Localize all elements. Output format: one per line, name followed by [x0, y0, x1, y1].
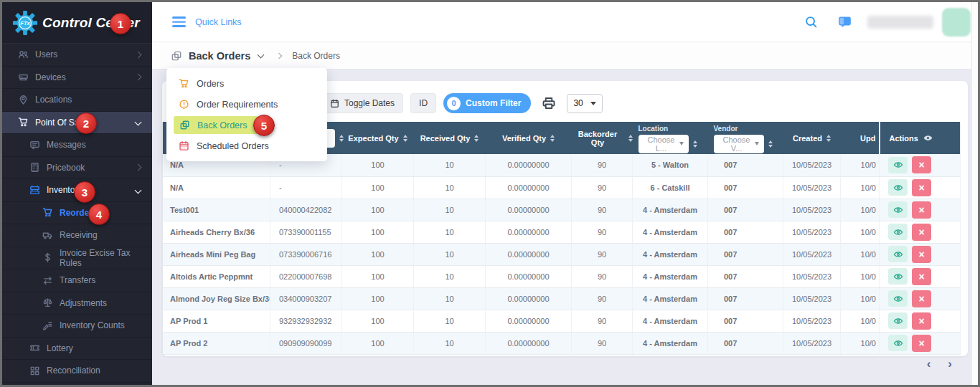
sidebar-item-lottery[interactable]: Lottery	[2, 338, 152, 360]
column-expected-qty[interactable]: Expected Qty	[342, 122, 414, 154]
view-button[interactable]	[888, 312, 908, 329]
sidebar-item-messages[interactable]: Messages	[2, 134, 152, 157]
cell-product[interactable]: Test001	[163, 199, 270, 221]
cell-location[interactable]: 4 - Amsterdam	[633, 332, 708, 354]
page-size-select[interactable]: 30	[567, 94, 603, 113]
sidebar-item-receiving[interactable]: Receiving	[2, 224, 152, 247]
cell-vendor[interactable]: 007	[708, 243, 783, 265]
cell-vendor[interactable]: 007	[708, 287, 783, 310]
view-button[interactable]	[888, 179, 908, 196]
sidebar-item-reorder[interactable]: Reorder	[2, 202, 152, 225]
eye-icon	[893, 294, 903, 304]
view-button[interactable]	[888, 246, 908, 262]
cell-location[interactable]: 6 - Catskill	[633, 176, 708, 199]
location-filter-select[interactable]: Choose L...	[639, 135, 689, 153]
id-button[interactable]: ID	[410, 93, 436, 113]
column-verified-qty[interactable]: Verified Qty	[486, 122, 572, 154]
sort-icon[interactable]	[474, 135, 479, 142]
column-updated[interactable]: Upd	[841, 122, 880, 154]
cell-vendor[interactable]: 007	[708, 221, 783, 243]
delete-button[interactable]: ×	[912, 224, 931, 241]
sort-icon[interactable]	[403, 135, 407, 142]
scrollbar[interactable]	[971, 2, 978, 385]
sort-icon[interactable]	[550, 135, 555, 142]
view-button[interactable]	[888, 201, 908, 218]
cell-location[interactable]: 5 - Walton	[633, 154, 708, 176]
print-icon[interactable]	[542, 96, 556, 110]
cell-product[interactable]: N/A	[163, 176, 270, 199]
view-button[interactable]	[888, 157, 908, 173]
cell-vendor[interactable]: 007	[708, 332, 783, 354]
cell-product[interactable]: Almond Joy Reg Size Bx/36	[163, 287, 270, 310]
sort-icon[interactable]	[628, 135, 633, 142]
delete-button[interactable]: ×	[912, 201, 931, 219]
column-created[interactable]: Created	[783, 122, 841, 154]
sidebar-item-inventory-counts[interactable]: Inventory Counts	[2, 315, 152, 338]
menu-item-back-orders[interactable]: Back Orders	[166, 115, 327, 135]
custom-filter-button[interactable]: 0 Custom Filter	[443, 93, 531, 113]
delete-button[interactable]: ×	[912, 156, 931, 173]
cell-vendor[interactable]: 007	[708, 310, 783, 332]
sort-icon[interactable]	[768, 140, 773, 148]
delete-button[interactable]: ×	[912, 335, 931, 352]
table-row: Test001040000422082100100.00000000904 - …	[163, 199, 961, 221]
sort-icon[interactable]	[693, 140, 697, 148]
column-actions: Actions	[880, 122, 961, 154]
sidebar-item-invoice-excise-tax-rules[interactable]: Invoice Excise Tax Rules	[2, 247, 152, 270]
view-button[interactable]	[888, 335, 908, 351]
cell-product[interactable]: Altoids Artic Peppmnt	[163, 265, 270, 287]
view-button[interactable]	[888, 290, 908, 307]
vendor-filter-select[interactable]: Choose V...	[714, 135, 764, 153]
delete-button[interactable]: ×	[912, 246, 931, 263]
sidebar-item-adjustments[interactable]: Adjustments	[2, 292, 152, 315]
cell-location[interactable]: 4 - Amsterdam	[633, 287, 708, 310]
cell-location[interactable]: 4 - Amsterdam	[633, 265, 708, 287]
sort-icon[interactable]	[339, 135, 344, 142]
search-icon[interactable]	[804, 15, 818, 29]
cell-vendor[interactable]: 007	[708, 265, 783, 287]
cell-vendor[interactable]: 007	[708, 176, 783, 199]
table-row: N/A-100100.00000000906 - Catskill00710/0…	[163, 176, 961, 199]
cell-vendor[interactable]: 007	[708, 154, 783, 176]
cell-location[interactable]: 4 - Amsterdam	[633, 199, 708, 221]
sort-icon[interactable]	[826, 135, 831, 142]
cell-product[interactable]: AP Prod 2	[163, 332, 270, 354]
cell-location[interactable]: 4 - Amsterdam	[633, 243, 708, 265]
eye-icon[interactable]	[923, 133, 933, 143]
quick-links-link[interactable]: Quick Links	[195, 17, 242, 27]
delete-button[interactable]: ×	[912, 312, 931, 330]
column-received-qty[interactable]: Received Qty	[414, 122, 486, 154]
sidebar-item-pricebook[interactable]: Pricebook	[2, 157, 152, 180]
chevron-down-icon[interactable]	[258, 51, 265, 58]
sidebar-item-devices[interactable]: Devices	[2, 67, 152, 90]
cell-product[interactable]: Airheads Mini Peg Bag	[163, 243, 270, 265]
view-button[interactable]	[888, 224, 908, 240]
view-button[interactable]	[888, 268, 908, 285]
toggle-dates-button[interactable]: Toggle Dates	[321, 93, 403, 113]
menu-item-orders[interactable]: Orders	[166, 73, 327, 94]
menu-item-order-requirements[interactable]: Order Requirements	[166, 94, 327, 115]
avatar[interactable]	[942, 8, 971, 37]
cell-actions: ×	[880, 221, 961, 243]
cell-location[interactable]: 4 - Amsterdam	[633, 310, 708, 332]
cell-product[interactable]: Airheads Cherry Bx/36	[163, 221, 270, 243]
column-backorder-qty[interactable]: Backorder Qty	[572, 122, 633, 154]
sidebar-item-locations[interactable]: Locations	[2, 89, 152, 112]
delete-button[interactable]: ×	[912, 268, 931, 285]
menu-icon[interactable]	[172, 16, 186, 28]
breadcrumb-section[interactable]: Back Orders	[189, 50, 250, 62]
sidebar-item-transfers[interactable]: Transfers	[2, 269, 152, 292]
sidebar-item-users[interactable]: Users	[2, 44, 152, 67]
cell-actions: ×	[880, 265, 961, 287]
cell-location[interactable]: 4 - Amsterdam	[633, 221, 708, 243]
prev-page-button[interactable]: ‹	[927, 358, 931, 370]
menu-item-scheduled-orders[interactable]: Scheduled Orders	[166, 135, 327, 156]
chat-icon[interactable]	[838, 15, 852, 29]
sidebar-item-reconciliation[interactable]: Reconciliation	[2, 360, 152, 383]
delete-button[interactable]: ×	[912, 290, 931, 307]
cell-product[interactable]: AP Prod 1	[163, 310, 270, 332]
next-page-button[interactable]: ›	[948, 358, 952, 370]
cell-vendor[interactable]: 007	[708, 199, 783, 221]
truck-icon	[42, 230, 53, 241]
delete-button[interactable]: ×	[912, 179, 931, 196]
